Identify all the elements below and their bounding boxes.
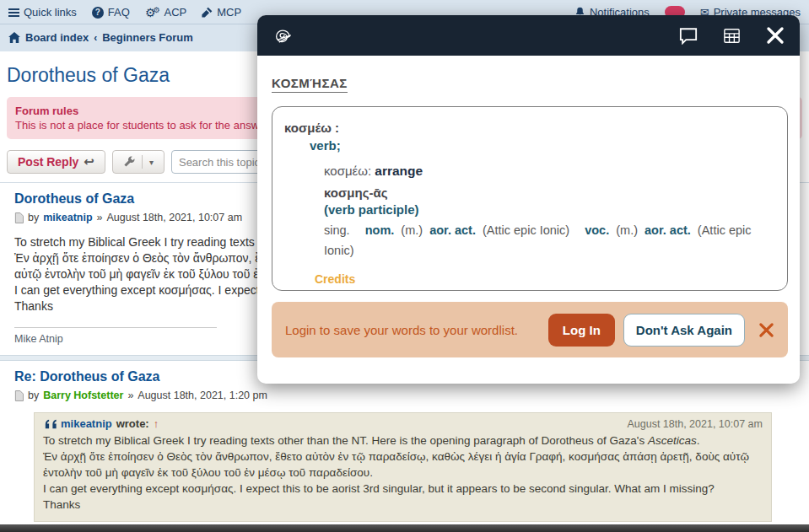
login-prompt-message: Login to save your words to your wordlis… (285, 323, 548, 337)
acp-label: ACP (164, 6, 187, 19)
wrench-icon (123, 156, 135, 168)
post-author-line: by Barry Hofstetter » August 18th, 2021,… (14, 390, 795, 401)
post-reply-button[interactable]: Post Reply ↩ (7, 150, 105, 174)
quote-paragraph: I can get everything except κοσμήσας. I … (43, 481, 763, 497)
jump-to-post-arrow[interactable]: ↑ (154, 417, 159, 430)
quick-links-menu[interactable]: Quick links (8, 6, 77, 19)
hamburger-icon (8, 7, 19, 19)
author-link-mikeatnip[interactable]: mikeatnip (43, 212, 92, 223)
quote-paragraph: Ἐν ἀρχῇ ὅτε ἐποίησεν ὁ Θεὸς τὸν ἄνθρωπον… (43, 449, 763, 481)
author-link-barry[interactable]: Barry Hofstetter (43, 390, 123, 401)
post-reply-barry: Re: Dorotheus of Gaza by Barry Hofstette… (0, 361, 809, 532)
dont-ask-again-button[interactable]: Don't Ask Again (623, 314, 745, 347)
quote-text: To stretch my Biblical Greek I try readi… (43, 434, 648, 447)
alpheios-logo-icon[interactable] (271, 24, 296, 46)
date-separator: » (97, 212, 103, 223)
question-icon: ? (92, 7, 104, 19)
bottom-bar (0, 524, 809, 532)
dismiss-login-bar-icon[interactable] (758, 322, 774, 338)
forum-page: Quick links ? FAQ ⚙⚙ ACP MCP Not (0, 0, 809, 532)
breadcrumb-board-index[interactable]: Board index (25, 31, 89, 44)
quote-paragraph: To stretch my Biblical Greek I try readi… (43, 433, 763, 449)
by-label: by (28, 390, 39, 401)
entry-headword: κοσμέω : (284, 119, 779, 137)
entry-definition-line: κοσμέω: arrange (324, 160, 779, 181)
quote-wrote-label: wrote: (116, 417, 149, 430)
post-date: August 18th, 2021, 10:07 am (107, 212, 243, 223)
topic-tools-button[interactable]: ▾ (112, 150, 164, 174)
quote-header: mikeatnip wrote: ↑ August 18th, 2021, 10… (43, 417, 763, 430)
word-lookup-popup: ΚΟΣΜΉΣΑΣ κοσμέω : verb; κοσμέω: arrange … (257, 15, 800, 384)
acp-link[interactable]: ⚙⚙ ACP (145, 6, 186, 19)
entry-form: κοσμης-ᾱς (324, 185, 779, 202)
infl-case: voc. (585, 223, 609, 237)
entry-gloss: arrange (375, 164, 423, 178)
quote-text: . (697, 434, 700, 447)
comment-icon[interactable] (679, 27, 698, 45)
button-divider (142, 155, 143, 169)
mcp-label: MCP (217, 6, 241, 19)
breadcrumb-separator: ‹ (94, 32, 97, 44)
popup-actions (679, 26, 785, 45)
log-in-button[interactable]: Log In (548, 314, 615, 347)
infl-gender: (m.) (616, 223, 638, 237)
close-icon[interactable] (766, 26, 785, 45)
quote-body: To stretch my Biblical Greek I try readi… (43, 433, 763, 513)
post-date: August 18th, 2021, 1:20 pm (138, 390, 267, 401)
looked-up-word: ΚΟΣΜΉΣΑΣ (272, 76, 348, 93)
faq-link[interactable]: ? FAQ (92, 6, 130, 19)
quick-links-label: Quick links (24, 6, 77, 19)
entry-lemma: κοσμέω: (324, 164, 371, 178)
quote-date: August 18th, 2021, 10:07 am (627, 418, 763, 430)
gears-icon: ⚙⚙ (145, 7, 160, 19)
quote-paragraph: Thanks (43, 497, 763, 513)
login-prompt-bar: Login to save your words to your wordlis… (272, 302, 788, 357)
quote-author-link[interactable]: mikeatnip (61, 417, 112, 430)
mcp-link[interactable]: MCP (202, 6, 241, 19)
credits-link[interactable]: Credits (315, 272, 779, 286)
reply-arrow-icon: ↩ (84, 154, 94, 169)
faq-label: FAQ (108, 6, 130, 19)
page-icon (14, 212, 24, 223)
infl-case: nom. (365, 223, 395, 237)
infl-number: sing. (324, 223, 350, 237)
popup-header (257, 15, 800, 56)
top-nav-left: Quick links ? FAQ ⚙⚙ ACP MCP (8, 6, 241, 19)
quote-block: mikeatnip wrote: ↑ August 18th, 2021, 10… (34, 412, 772, 522)
infl-gender: (m.) (401, 223, 423, 237)
home-icon (8, 32, 20, 43)
infl-tense-voice: aor. act. (429, 223, 476, 237)
gavel-icon (202, 7, 213, 18)
lexicon-entry-box: κοσμέω : verb; κοσμέω: arrange κοσμης-ᾱς… (272, 106, 788, 291)
infl-tense-voice: aor. act. (645, 223, 691, 237)
infl-dialect: (Attic epic Ionic) (483, 223, 569, 237)
post-reply-label: Post Reply (18, 155, 78, 169)
date-separator: » (127, 390, 133, 401)
entry-inflection-line: sing. nom. (m.) aor. act. (Attic epic Io… (324, 220, 779, 261)
entry-part-of-speech: verb; (310, 137, 779, 154)
post-signature: Mike Atnip (14, 327, 217, 355)
entry-form-type: (verb participle) (324, 202, 779, 218)
chevron-down-icon: ▾ (149, 158, 154, 167)
breadcrumb-forum[interactable]: Beginners Forum (102, 31, 193, 44)
page-icon (14, 390, 24, 401)
table-icon[interactable] (723, 28, 741, 44)
by-label: by (28, 212, 39, 223)
quote-text-italic: Asceticas (648, 434, 697, 447)
open-quote-icon (43, 419, 57, 429)
